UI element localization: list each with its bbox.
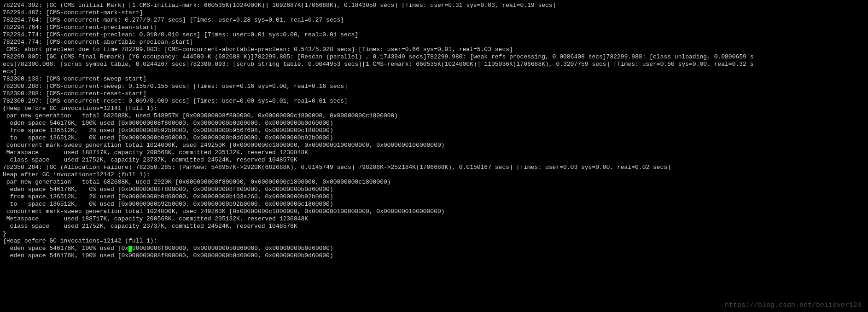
terminal-cursor <box>128 246 132 252</box>
log-line: concurrent mark-sweep generation total 1… <box>3 208 865 215</box>
log-line: 782294.774: [CMS-concurrent-preclean: 0.… <box>3 31 865 39</box>
log-line: {Heap before GC invocations=12141 (full … <box>3 105 865 112</box>
log-line: Metaspace used 188717K, capacity 200568K… <box>3 215 865 223</box>
log-text: 00000008f800000, 0x00000000b0d60000, 0x0… <box>132 245 333 252</box>
log-line: eden space 546176K, 100% used [0x0000000… <box>3 120 865 127</box>
log-line: 782350.284: [GC (Allocation Failure) 782… <box>3 164 865 171</box>
log-line: CMS: abort preclean due to time 782299.8… <box>3 46 865 53</box>
log-line: class space used 21752K, capacity 23737K… <box>3 156 865 164</box>
log-line: 782299.805: [GC (CMS Final Remark) [YG o… <box>3 53 865 61</box>
log-line: 782294.774: [CMS-concurrent-abortable-pr… <box>3 39 865 46</box>
log-line: eden space 546176K, 100% used [0x0000000… <box>3 245 865 252</box>
log-line: Metaspace used 188717K, capacity 200568K… <box>3 149 865 156</box>
log-line: ecs]782300.068: [scrub symbol table, 0.0… <box>3 61 865 68</box>
log-line: 782294.764: [CMS-concurrent-mark: 0.277/… <box>3 17 865 24</box>
log-line: ecs] <box>3 68 865 75</box>
log-line: to space 136512K, 0% used [0x00000000b92… <box>3 201 865 208</box>
terminal-output[interactable]: 782294.302: [GC (CMS Initial Mark) [1 CM… <box>0 0 868 312</box>
log-line: from space 136512K, 2% used [0x00000000b… <box>3 193 865 201</box>
log-line: 782300.288: [CMS-concurrent-reset-start] <box>3 90 865 98</box>
log-line: class space used 21752K, capacity 23737K… <box>3 223 865 230</box>
log-line: concurrent mark-sweep generation total 1… <box>3 142 865 149</box>
log-line: eden space 546176K, 100% used [0x0000000… <box>3 252 865 260</box>
log-text: eden space 546176K, 100% used [0x <box>3 245 128 252</box>
log-line: par new generation total 682688K, used 5… <box>3 112 865 120</box>
log-line: 782300.133: [CMS-concurrent-sweep-start] <box>3 75 865 83</box>
log-line: 782300.297: [CMS-concurrent-reset: 0.009… <box>3 98 865 105</box>
log-line: {Heap before GC invocations=12142 (full … <box>3 237 865 245</box>
log-line: 782294.487: [CMS-concurrent-mark-start] <box>3 9 865 17</box>
log-line: par new generation total 682688K, used 2… <box>3 179 865 186</box>
log-line: from space 136512K, 2% used [0x00000000b… <box>3 127 865 134</box>
log-line: to space 136512K, 0% used [0x00000000b0d… <box>3 134 865 142</box>
log-line: Heap after GC invocations=12142 (full 1)… <box>3 171 865 179</box>
log-line: eden space 546176K, 0% used [0x000000008… <box>3 186 865 193</box>
log-line: 782294.302: [GC (CMS Initial Mark) [1 CM… <box>3 2 865 9</box>
log-line: } <box>3 230 865 237</box>
log-line: 782300.288: [CMS-concurrent-sweep: 0.155… <box>3 83 865 90</box>
log-line: 782294.764: [CMS-concurrent-preclean-sta… <box>3 24 865 31</box>
